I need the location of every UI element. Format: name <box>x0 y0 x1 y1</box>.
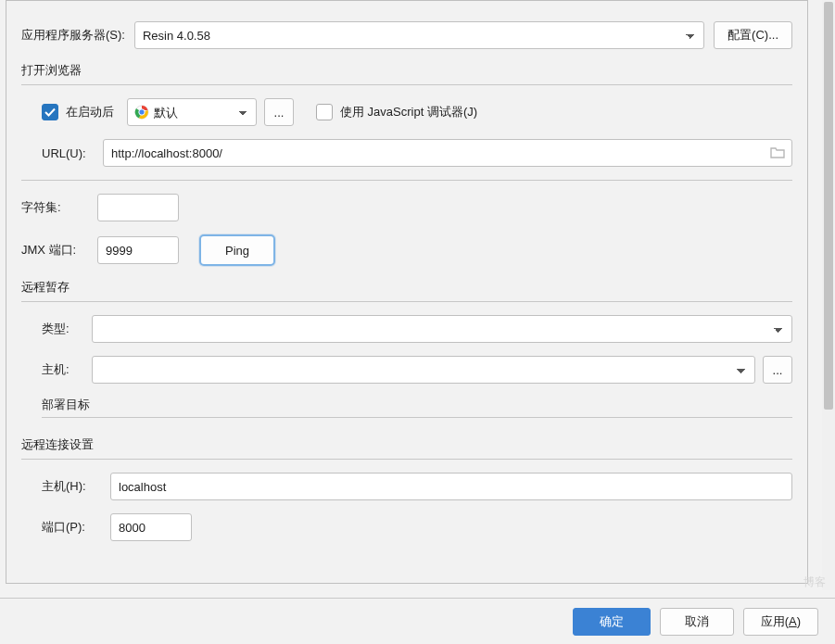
dialog-footer: 确定 取消 应用(A) <box>0 598 835 644</box>
conn-port-input[interactable] <box>110 513 192 541</box>
conn-port-label: 端口(P): <box>42 519 101 536</box>
configure-button[interactable]: 配置(C)... <box>714 21 792 49</box>
watermark-text: 博客 <box>803 575 826 590</box>
scrollbar[interactable] <box>822 0 835 590</box>
config-panel: 应用程序服务器(S): Resin 4.0.58 配置(C)... 打开浏览器 … <box>6 0 808 584</box>
app-server-label: 应用程序服务器(S): <box>21 27 125 44</box>
deploy-target-label: 部署目标 <box>42 397 90 413</box>
divider <box>21 180 792 181</box>
chrome-icon <box>134 105 149 120</box>
charset-input[interactable] <box>97 194 179 221</box>
after-start-label: 在启动后 <box>66 104 114 120</box>
charset-label: 字符集: <box>21 199 88 216</box>
type-select[interactable] <box>92 315 792 343</box>
jmx-port-label: JMX 端口: <box>21 242 88 259</box>
divider <box>21 84 792 85</box>
url-input[interactable] <box>103 139 792 167</box>
host-more-button[interactable]: ... <box>763 356 792 384</box>
folder-icon[interactable] <box>770 146 785 162</box>
host-label: 主机: <box>42 361 82 378</box>
remote-staging-title: 远程暂存 <box>21 279 792 296</box>
browser-more-button[interactable]: ... <box>264 98 294 126</box>
js-debugger-label: 使用 JavaScript 调试器(J) <box>340 104 477 120</box>
host-select[interactable] <box>92 356 755 384</box>
type-label: 类型: <box>42 321 82 337</box>
divider <box>42 417 792 418</box>
scrollbar-thumb[interactable] <box>824 2 833 410</box>
ping-button[interactable]: Ping <box>199 234 275 266</box>
cancel-button[interactable]: 取消 <box>660 608 734 636</box>
url-label: URL(U): <box>42 146 94 160</box>
conn-host-input[interactable] <box>110 473 792 500</box>
divider <box>21 459 792 460</box>
app-server-select[interactable]: Resin 4.0.58 <box>134 21 704 49</box>
divider <box>21 301 792 302</box>
js-debugger-checkbox[interactable] <box>316 104 333 120</box>
apply-button[interactable]: 应用(A) <box>743 608 818 636</box>
jmx-port-input[interactable] <box>97 236 179 264</box>
conn-host-label: 主机(H): <box>42 478 101 495</box>
remote-conn-title: 远程连接设置 <box>21 436 792 453</box>
after-start-checkbox[interactable] <box>42 104 58 120</box>
open-browser-title: 打开浏览器 <box>21 62 792 79</box>
ok-button[interactable]: 确定 <box>573 608 651 636</box>
